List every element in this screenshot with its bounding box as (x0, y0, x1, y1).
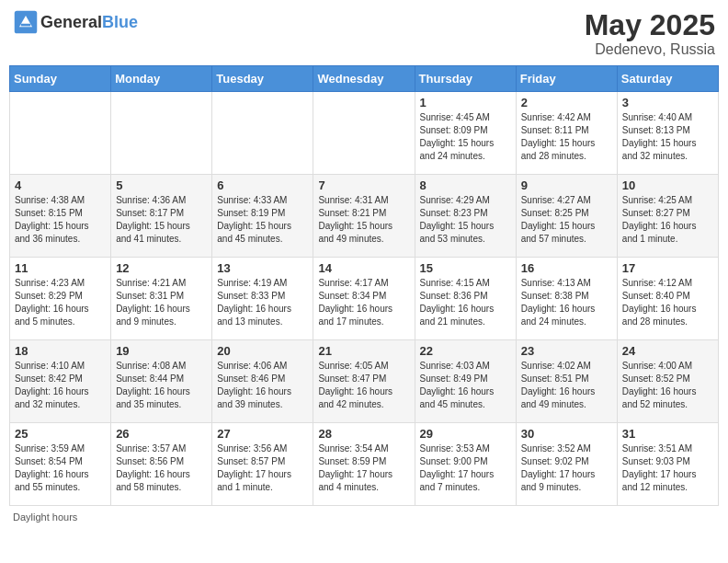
day-info: Sunrise: 3:56 AM Sunset: 8:57 PM Dayligh… (217, 442, 308, 494)
calendar-header-row: SundayMondayTuesdayWednesdayThursdayFrid… (10, 66, 719, 92)
day-info: Sunrise: 3:54 AM Sunset: 8:59 PM Dayligh… (318, 442, 409, 494)
logo-icon (13, 9, 39, 35)
calendar-day-27: 27Sunrise: 3:56 AM Sunset: 8:57 PM Dayli… (212, 423, 313, 506)
day-info: Sunrise: 3:59 AM Sunset: 8:54 PM Dayligh… (15, 442, 106, 494)
day-info: Sunrise: 4:31 AM Sunset: 8:21 PM Dayligh… (318, 194, 409, 246)
calendar-day-1: 1Sunrise: 4:45 AM Sunset: 8:09 PM Daylig… (415, 92, 516, 175)
day-info: Sunrise: 4:36 AM Sunset: 8:17 PM Dayligh… (116, 194, 207, 246)
day-number: 31 (622, 427, 713, 441)
day-number: 2 (521, 96, 612, 109)
day-number: 25 (15, 427, 106, 441)
svg-rect-2 (21, 24, 31, 27)
calendar-day-29: 29Sunrise: 3:53 AM Sunset: 9:00 PM Dayli… (415, 423, 516, 506)
day-number: 21 (318, 344, 409, 358)
calendar-day-10: 10Sunrise: 4:25 AM Sunset: 8:27 PM Dayli… (617, 175, 718, 258)
calendar-day-21: 21Sunrise: 4:05 AM Sunset: 8:47 PM Dayli… (313, 340, 415, 423)
calendar-day-24: 24Sunrise: 4:00 AM Sunset: 8:52 PM Dayli… (617, 340, 718, 423)
title-block: May 2025 Dedenevo, Russia (585, 9, 715, 58)
calendar-day-15: 15Sunrise: 4:15 AM Sunset: 8:36 PM Dayli… (415, 258, 516, 340)
logo-blue: Blue (102, 13, 138, 31)
day-number: 12 (116, 261, 207, 275)
day-number: 28 (318, 427, 409, 441)
calendar-day-9: 9Sunrise: 4:27 AM Sunset: 8:25 PM Daylig… (516, 175, 617, 258)
day-number: 3 (622, 96, 713, 109)
calendar-day-22: 22Sunrise: 4:03 AM Sunset: 8:49 PM Dayli… (415, 340, 516, 423)
calendar-empty (111, 92, 212, 175)
day-info: Sunrise: 4:45 AM Sunset: 8:09 PM Dayligh… (420, 111, 511, 163)
calendar-day-19: 19Sunrise: 4:08 AM Sunset: 8:44 PM Dayli… (111, 340, 212, 423)
day-info: Sunrise: 3:51 AM Sunset: 9:03 PM Dayligh… (622, 442, 713, 494)
calendar-day-7: 7Sunrise: 4:31 AM Sunset: 8:21 PM Daylig… (313, 175, 415, 258)
day-info: Sunrise: 3:52 AM Sunset: 9:02 PM Dayligh… (521, 442, 612, 494)
day-header-wednesday: Wednesday (313, 66, 415, 92)
logo-general: General (40, 13, 102, 31)
day-header-monday: Monday (111, 66, 212, 92)
day-info: Sunrise: 4:29 AM Sunset: 8:23 PM Dayligh… (420, 194, 511, 246)
day-number: 11 (15, 261, 106, 275)
logo: GeneralBlue (13, 9, 138, 35)
calendar-week-row: 4Sunrise: 4:38 AM Sunset: 8:15 PM Daylig… (10, 175, 719, 258)
calendar-table: SundayMondayTuesdayWednesdayThursdayFrid… (9, 65, 719, 506)
day-info: Sunrise: 3:53 AM Sunset: 9:00 PM Dayligh… (420, 442, 511, 494)
day-number: 30 (521, 427, 612, 441)
subtitle: Dedenevo, Russia (585, 41, 715, 58)
calendar-day-14: 14Sunrise: 4:17 AM Sunset: 8:34 PM Dayli… (313, 258, 415, 340)
page-header: GeneralBlue May 2025 Dedenevo, Russia (9, 9, 719, 58)
day-number: 14 (318, 261, 409, 275)
calendar-week-row: 18Sunrise: 4:10 AM Sunset: 8:42 PM Dayli… (10, 340, 719, 423)
day-info: Sunrise: 4:19 AM Sunset: 8:33 PM Dayligh… (217, 277, 308, 328)
day-number: 26 (116, 427, 207, 441)
calendar-day-30: 30Sunrise: 3:52 AM Sunset: 9:02 PM Dayli… (516, 423, 617, 506)
calendar-day-26: 26Sunrise: 3:57 AM Sunset: 8:56 PM Dayli… (111, 423, 212, 506)
calendar-empty (313, 92, 415, 175)
day-number: 18 (15, 344, 106, 358)
day-info: Sunrise: 4:03 AM Sunset: 8:49 PM Dayligh… (420, 360, 511, 411)
day-info: Sunrise: 4:25 AM Sunset: 8:27 PM Dayligh… (622, 194, 713, 246)
day-info: Sunrise: 4:13 AM Sunset: 8:38 PM Dayligh… (521, 277, 612, 328)
calendar-day-28: 28Sunrise: 3:54 AM Sunset: 8:59 PM Dayli… (313, 423, 415, 506)
day-number: 6 (217, 178, 308, 192)
day-number: 16 (521, 261, 612, 275)
day-info: Sunrise: 4:02 AM Sunset: 8:51 PM Dayligh… (521, 360, 612, 411)
day-header-thursday: Thursday (415, 66, 516, 92)
calendar-empty (10, 92, 111, 175)
day-info: Sunrise: 4:42 AM Sunset: 8:11 PM Dayligh… (521, 111, 612, 163)
calendar-day-5: 5Sunrise: 4:36 AM Sunset: 8:17 PM Daylig… (111, 175, 212, 258)
day-number: 23 (521, 344, 612, 358)
main-title: May 2025 (585, 9, 715, 41)
day-number: 15 (420, 261, 511, 275)
day-header-saturday: Saturday (617, 66, 718, 92)
calendar-day-17: 17Sunrise: 4:12 AM Sunset: 8:40 PM Dayli… (617, 258, 718, 340)
day-number: 19 (116, 344, 207, 358)
calendar-week-row: 25Sunrise: 3:59 AM Sunset: 8:54 PM Dayli… (10, 423, 719, 506)
day-header-friday: Friday (516, 66, 617, 92)
day-info: Sunrise: 4:12 AM Sunset: 8:40 PM Dayligh… (622, 277, 713, 328)
day-info: Sunrise: 4:10 AM Sunset: 8:42 PM Dayligh… (15, 360, 106, 411)
day-number: 5 (116, 178, 207, 192)
day-number: 9 (521, 178, 612, 192)
day-number: 7 (318, 178, 409, 192)
calendar-day-13: 13Sunrise: 4:19 AM Sunset: 8:33 PM Dayli… (212, 258, 313, 340)
day-info: Sunrise: 4:23 AM Sunset: 8:29 PM Dayligh… (15, 277, 106, 328)
day-info: Sunrise: 4:27 AM Sunset: 8:25 PM Dayligh… (521, 194, 612, 246)
day-number: 24 (622, 344, 713, 358)
day-info: Sunrise: 4:00 AM Sunset: 8:52 PM Dayligh… (622, 360, 713, 411)
calendar-week-row: 11Sunrise: 4:23 AM Sunset: 8:29 PM Dayli… (10, 258, 719, 340)
day-number: 20 (217, 344, 308, 358)
day-header-sunday: Sunday (10, 66, 111, 92)
day-number: 13 (217, 261, 308, 275)
day-info: Sunrise: 4:33 AM Sunset: 8:19 PM Dayligh… (217, 194, 308, 246)
calendar-day-8: 8Sunrise: 4:29 AM Sunset: 8:23 PM Daylig… (415, 175, 516, 258)
calendar-day-23: 23Sunrise: 4:02 AM Sunset: 8:51 PM Dayli… (516, 340, 617, 423)
calendar-day-2: 2Sunrise: 4:42 AM Sunset: 8:11 PM Daylig… (516, 92, 617, 175)
day-info: Sunrise: 4:21 AM Sunset: 8:31 PM Dayligh… (116, 277, 207, 328)
calendar-day-18: 18Sunrise: 4:10 AM Sunset: 8:42 PM Dayli… (10, 340, 111, 423)
day-number: 4 (15, 178, 106, 192)
day-info: Sunrise: 4:08 AM Sunset: 8:44 PM Dayligh… (116, 360, 207, 411)
day-number: 22 (420, 344, 511, 358)
calendar-day-31: 31Sunrise: 3:51 AM Sunset: 9:03 PM Dayli… (617, 423, 718, 506)
footer-note: Daylight hours (9, 511, 719, 523)
calendar-empty (212, 92, 313, 175)
day-header-tuesday: Tuesday (212, 66, 313, 92)
day-info: Sunrise: 4:05 AM Sunset: 8:47 PM Dayligh… (318, 360, 409, 411)
